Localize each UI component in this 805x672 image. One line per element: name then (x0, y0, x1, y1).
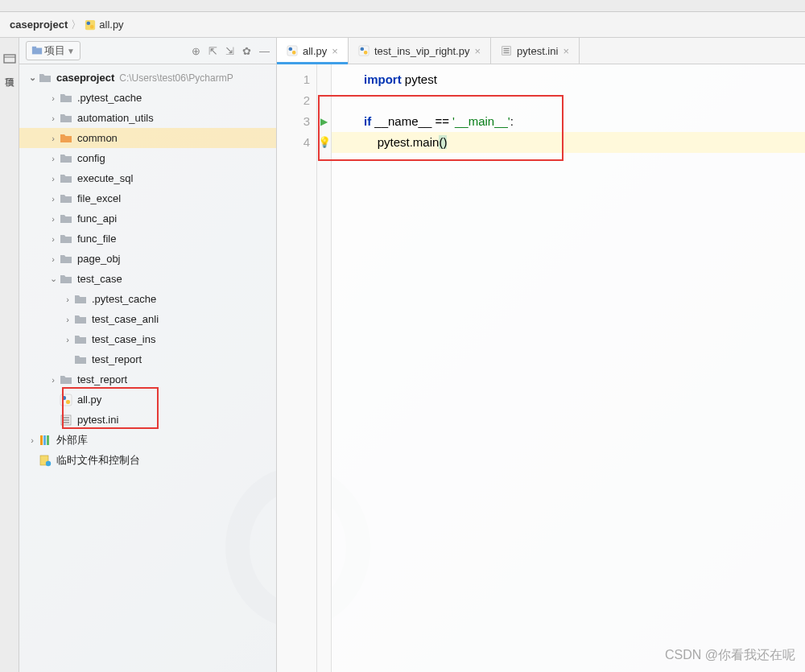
locate-icon[interactable]: ⊕ (192, 45, 200, 57)
svg-rect-21 (292, 51, 295, 54)
project-tree[interactable]: ⌄caseprojectC:\Users\test06\PycharmP›.py… (19, 64, 276, 672)
tree-item-all-py[interactable]: all.py (19, 390, 276, 410)
python-file-icon (287, 45, 298, 56)
svg-rect-7 (60, 394, 72, 406)
tree-item--pytest_cache[interactable]: ›.pytest_cache (19, 289, 276, 309)
tree-item-caseproject[interactable]: ⌄caseprojectC:\Users\test06\PycharmP (19, 68, 276, 88)
tree-item-label: execute_sql (77, 172, 133, 184)
tree-item-label: 外部库 (56, 433, 88, 447)
tree-item-execute_sql[interactable]: ›execute_sql (19, 168, 276, 188)
tree-arrow-icon[interactable]: › (47, 113, 60, 123)
tree-item-label: func_file (77, 233, 116, 245)
tree-item-label: test_case_ins (92, 333, 156, 345)
folder-icon (74, 293, 87, 306)
tree-item--pytest_cache[interactable]: ›.pytest_cache (19, 88, 276, 108)
close-icon[interactable]: × (332, 45, 338, 57)
code-body[interactable]: import pytestif __name__ == '__main__': … (332, 64, 805, 672)
folder-icon (60, 253, 72, 266)
tree-arrow-icon[interactable]: › (61, 335, 74, 344)
svg-rect-2 (90, 25, 93, 28)
code-line-4[interactable]: pytest.main() (332, 132, 805, 153)
tree-item-test_report[interactable]: ›test_report (19, 369, 276, 390)
tree-item-func_api[interactable]: ›func_api (19, 208, 276, 229)
tree-item-label: test_case (77, 273, 122, 285)
folder-icon (74, 353, 87, 366)
tree-item-page_obj[interactable]: ›page_obj (19, 249, 276, 269)
svg-rect-19 (287, 46, 297, 56)
svg-rect-0 (85, 19, 95, 29)
editor-tabs: all.py×test_ins_vip_right.py×pytest.ini× (277, 38, 805, 64)
tree-item--[interactable]: ›外部库 (19, 430, 276, 450)
folder-icon (60, 273, 72, 286)
close-icon[interactable]: × (474, 45, 481, 57)
tree-item-common[interactable]: ›common (19, 128, 276, 148)
tree-item-label: page_obj (77, 253, 121, 265)
tree-arrow-icon[interactable]: › (61, 315, 74, 324)
svg-rect-14 (40, 435, 43, 445)
tree-arrow-icon[interactable]: › (47, 134, 60, 143)
project-tool-icon[interactable] (3, 52, 16, 65)
tree-arrow-icon[interactable]: ⌄ (47, 274, 60, 284)
svg-rect-24 (364, 51, 367, 54)
tree-arrow-icon[interactable]: › (61, 295, 74, 304)
tree-arrow-icon[interactable]: › (47, 93, 60, 103)
run-gutter-empty[interactable] (317, 90, 331, 111)
code-line-1[interactable]: import pytest (332, 69, 805, 90)
project-view-selector[interactable]: 项目 ▼ (26, 41, 80, 60)
tree-arrow-icon[interactable]: › (47, 154, 60, 163)
run-gutter-empty[interactable] (317, 69, 331, 90)
editor-tab-pytest-ini[interactable]: pytest.ini× (491, 38, 580, 64)
folder-icon (39, 72, 52, 85)
run-gutter-bulb[interactable]: 💡 (317, 132, 331, 153)
intention-bulb-icon[interactable]: 💡 (318, 132, 331, 153)
breadcrumb: caseproject 〉 all.py (0, 12, 805, 38)
project-icon (31, 45, 43, 56)
settings-icon[interactable]: ✿ (242, 45, 251, 57)
tree-arrow-icon[interactable]: › (47, 214, 60, 224)
editor-pane: all.py×test_ins_vip_right.py×pytest.ini×… (277, 38, 805, 672)
code-line-2[interactable] (332, 90, 805, 111)
tree-arrow-icon[interactable]: › (47, 254, 60, 264)
python-file-icon (358, 45, 369, 56)
tree-arrow-icon[interactable]: › (47, 375, 60, 385)
tree-item-automation_utils[interactable]: ›automation_utils (19, 108, 276, 128)
expand-all-icon[interactable]: ⇱ (208, 45, 217, 57)
tree-arrow-icon[interactable]: › (47, 234, 60, 244)
editor-tab-all-py[interactable]: all.py× (277, 38, 349, 64)
tree-item-label: all.py (77, 394, 101, 406)
tree-item-func_file[interactable]: ›func_file (19, 229, 276, 249)
run-icon[interactable]: ▶ (320, 111, 328, 132)
tree-arrow-icon[interactable]: › (26, 435, 39, 445)
tree-item--[interactable]: 临时文件和控制台 (19, 450, 276, 470)
chevron-right-icon: 〉 (71, 18, 81, 32)
tree-item-test_case_ins[interactable]: ›test_case_ins (19, 329, 276, 349)
tree-item-file_excel[interactable]: ›file_excel (19, 188, 276, 208)
tree-item-config[interactable]: ›config (19, 148, 276, 168)
svg-point-18 (46, 460, 51, 465)
breadcrumb-file[interactable]: all.py (85, 19, 123, 31)
sidebar-header: 项目 ▼ ⊕ ⇱ ⇲ ✿ — (19, 38, 276, 64)
svg-rect-15 (43, 435, 46, 445)
folder-icon (60, 192, 72, 205)
tree-arrow-icon[interactable]: › (47, 174, 60, 183)
python-file-icon (60, 394, 72, 406)
code-line-3[interactable]: if __name__ == '__main__': (332, 111, 805, 132)
tree-item-label: common (77, 132, 118, 144)
tree-item-test_case_anli[interactable]: ›test_case_anli (19, 309, 276, 329)
folder-icon (60, 233, 72, 245)
tree-item-label: config (77, 152, 105, 164)
hide-icon[interactable]: — (259, 45, 270, 57)
svg-rect-1 (87, 21, 90, 24)
tree-item-test_case[interactable]: ⌄test_case (19, 269, 276, 289)
tab-label: test_ins_vip_right.py (374, 45, 470, 57)
run-gutter-run[interactable]: ▶ (317, 111, 331, 132)
close-icon[interactable]: × (563, 45, 569, 57)
collapse-all-icon[interactable]: ⇲ (225, 45, 234, 57)
tree-item-pytest-ini[interactable]: pytest.ini (19, 410, 276, 430)
tree-item-label: .pytest_cache (77, 92, 142, 104)
tree-item-test_report[interactable]: test_report (19, 349, 276, 369)
editor-tab-test_ins_vip_right-py[interactable]: test_ins_vip_right.py× (349, 38, 491, 64)
tree-arrow-icon[interactable]: ⌄ (26, 72, 39, 83)
tree-arrow-icon[interactable]: › (47, 194, 60, 204)
breadcrumb-project[interactable]: caseproject (10, 19, 68, 31)
